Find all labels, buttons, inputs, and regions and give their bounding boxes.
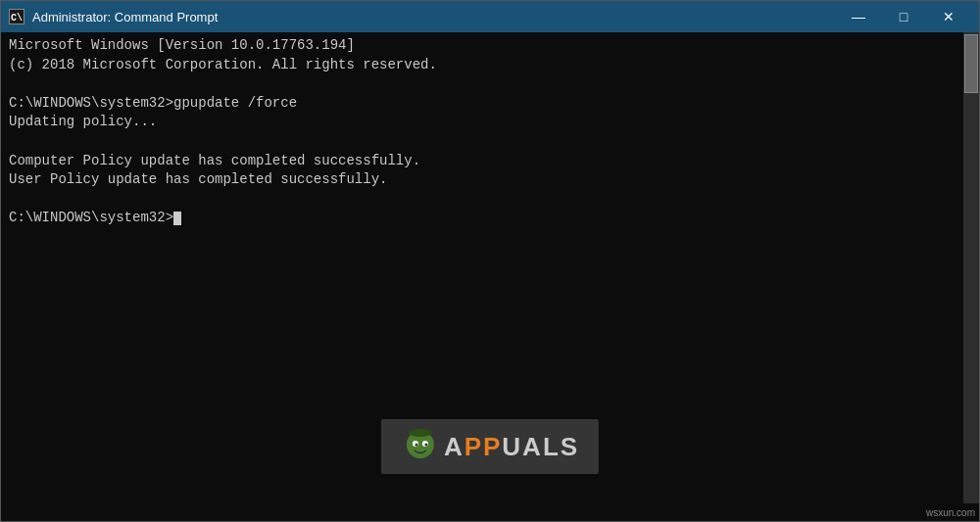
watermark-text: APPUALS bbox=[444, 432, 579, 462]
scrollbar-thumb[interactable] bbox=[964, 34, 978, 93]
title-bar: C\ Administrator: Command Prompt — □ ✕ bbox=[1, 1, 979, 32]
watermark-url: wsxun.com bbox=[926, 507, 975, 518]
console-area[interactable]: Microsoft Windows [Version 10.0.17763.19… bbox=[1, 32, 979, 503]
watermark-accent: PP bbox=[465, 432, 503, 461]
bottom-bar: wsxun.com bbox=[1, 503, 979, 521]
cursor bbox=[173, 212, 181, 225]
cmd-icon: C\ bbox=[9, 9, 24, 24]
svg-point-7 bbox=[415, 444, 417, 447]
scrollbar[interactable] bbox=[963, 32, 979, 503]
close-button[interactable]: ✕ bbox=[926, 1, 971, 32]
svg-rect-4 bbox=[416, 429, 425, 434]
svg-point-8 bbox=[424, 444, 427, 447]
minimize-button[interactable]: — bbox=[836, 1, 881, 32]
title-bar-left: C\ Administrator: Command Prompt bbox=[9, 9, 218, 24]
mascot-icon bbox=[401, 427, 440, 466]
maximize-button[interactable]: □ bbox=[881, 1, 926, 32]
watermark: APPUALS bbox=[381, 419, 599, 474]
window-title: Administrator: Command Prompt bbox=[32, 10, 218, 24]
svg-text:C\: C\ bbox=[11, 13, 23, 24]
window-controls: — □ ✕ bbox=[836, 1, 971, 32]
cmd-window: C\ Administrator: Command Prompt — □ ✕ M… bbox=[0, 0, 980, 522]
